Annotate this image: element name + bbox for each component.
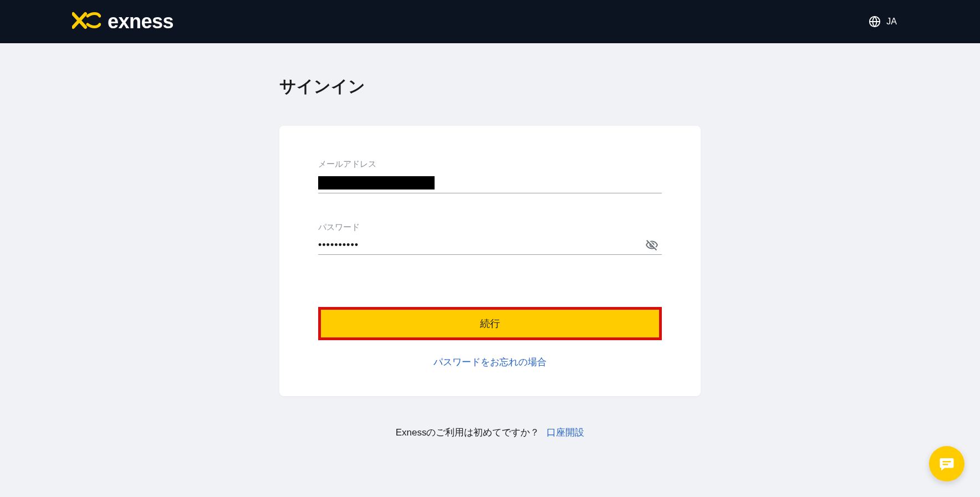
forgot-password-link[interactable]: パスワードをお忘れの場合 <box>318 356 662 368</box>
exness-logo-icon <box>72 11 101 33</box>
eye-off-icon <box>645 238 659 252</box>
password-label: パスワード <box>318 222 662 233</box>
brand-logo[interactable]: exness <box>72 10 173 33</box>
brand-name: exness <box>108 10 173 33</box>
toggle-password-visibility[interactable] <box>645 238 659 254</box>
chat-icon <box>938 455 955 472</box>
email-redacted-value <box>318 176 435 189</box>
svg-rect-2 <box>943 464 948 465</box>
chat-button[interactable] <box>929 446 964 481</box>
password-masked-value: •••••••••• <box>318 239 359 250</box>
email-input-wrap[interactable] <box>318 176 662 193</box>
app-header: exness JA <box>0 0 980 43</box>
email-field-group: メールアドレス <box>318 159 662 193</box>
globe-icon <box>869 16 881 28</box>
main-content: サインイン メールアドレス パスワード •••••••••• 続行 パスワードを… <box>279 43 701 439</box>
page-title: サインイン <box>279 75 701 98</box>
svg-rect-1 <box>943 461 951 463</box>
signin-card: メールアドレス パスワード •••••••••• 続行 パスワードをお忘れの場合 <box>279 126 701 396</box>
language-selector[interactable]: JA <box>869 16 897 28</box>
signup-prompt-row: Exnessのご利用は初めてですか？ 口座開設 <box>279 426 701 439</box>
signup-link[interactable]: 口座開設 <box>547 427 584 438</box>
language-label: JA <box>886 17 897 27</box>
password-field-group: パスワード •••••••••• <box>318 222 662 255</box>
continue-button[interactable]: 続行 <box>318 307 662 340</box>
signup-prompt-text: Exnessのご利用は初めてですか？ <box>396 427 540 438</box>
email-label: メールアドレス <box>318 159 662 170</box>
password-input-wrap[interactable]: •••••••••• <box>318 239 662 255</box>
